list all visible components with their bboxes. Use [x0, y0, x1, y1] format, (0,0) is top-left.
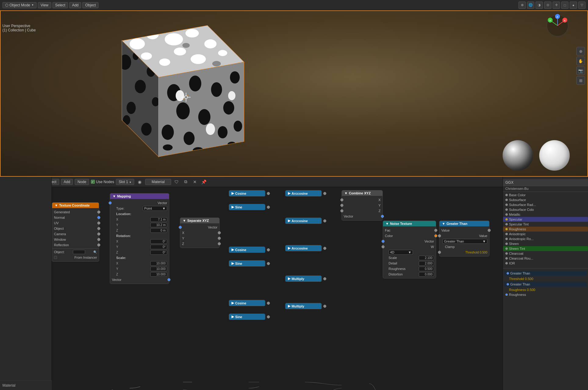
- comb-y-socket[interactable]: [340, 204, 343, 207]
- extra-icon[interactable]: ▽: [578, 2, 586, 9]
- arccos3-out-socket[interactable]: [323, 247, 326, 250]
- node-canvas[interactable]: ▼ Texture Coordinate Generated Normal UV: [0, 187, 588, 390]
- gt-threshold-socket[interactable]: [438, 251, 441, 254]
- roughness-socket[interactable]: [505, 228, 508, 230]
- clearcoat-rou-socket[interactable]: [505, 257, 508, 260]
- sep-vec-socket[interactable]: [179, 226, 182, 229]
- sine-node-1[interactable]: ▶ Sine: [229, 204, 265, 210]
- sin1-out-socket[interactable]: [267, 206, 270, 209]
- add-button[interactable]: Add: [69, 2, 81, 8]
- from-instancer-checkbox[interactable]: [54, 256, 57, 259]
- noise-scale-field[interactable]: [419, 256, 434, 260]
- arccos1-out-socket[interactable]: [323, 192, 326, 195]
- render-icon[interactable]: ●: [570, 2, 577, 9]
- noise-color-socket[interactable]: [434, 234, 437, 237]
- sine-node-3[interactable]: ▶ Sine: [229, 314, 265, 320]
- mult1-out-socket[interactable]: [323, 277, 326, 280]
- specular-tint-socket[interactable]: [505, 223, 508, 225]
- cursor-icon[interactable]: ⊕: [518, 2, 526, 9]
- use-nodes-checkbox[interactable]: ✓: [91, 180, 95, 184]
- sine-node-2[interactable]: ▶ Sine: [229, 260, 265, 267]
- ior-socket[interactable]: [505, 262, 508, 264]
- texture-coordinate-node[interactable]: ▼ Texture Coordinate Generated Normal UV: [52, 202, 99, 262]
- multiply-node-2[interactable]: ▶ Multiply: [285, 303, 322, 309]
- object-button[interactable]: Object: [82, 2, 99, 8]
- cos2-out-socket[interactable]: [267, 248, 270, 251]
- sin2-out-socket[interactable]: [267, 262, 270, 265]
- base-color-socket[interactable]: [505, 194, 508, 196]
- loc-y-field[interactable]: [150, 223, 167, 227]
- pin-icon[interactable]: 📌: [200, 178, 208, 186]
- object-mode-dropdown[interactable]: ⬡ Object Mode ▼: [2, 2, 37, 8]
- gt-value-out-socket[interactable]: [488, 229, 491, 232]
- gt2-socket[interactable]: [507, 283, 509, 285]
- loc-z-field[interactable]: [150, 228, 167, 233]
- use-nodes-checkbox-label[interactable]: ✓ Use Nodes: [91, 180, 114, 184]
- cursor-tool[interactable]: ⊕: [576, 47, 585, 55]
- subsurface-socket[interactable]: [505, 199, 508, 201]
- mult2-out-socket[interactable]: [323, 305, 326, 308]
- noise-roughness-field[interactable]: [419, 267, 434, 271]
- uv-socket[interactable]: [97, 222, 100, 225]
- generated-socket[interactable]: [97, 211, 100, 214]
- sub-color-socket[interactable]: [505, 208, 508, 211]
- sep-y-socket[interactable]: [218, 237, 221, 240]
- arccosine-node-2[interactable]: ▶ Arccosine: [285, 218, 322, 224]
- cos1-out-socket[interactable]: [267, 192, 270, 195]
- noise-w-socket[interactable]: [382, 245, 385, 248]
- grid-tool[interactable]: ⊞: [576, 76, 585, 85]
- scale-x-field[interactable]: [150, 261, 167, 266]
- material-name-field[interactable]: Material: [145, 179, 171, 185]
- anisotropic-rot-socket[interactable]: [505, 238, 508, 240]
- mapping-node[interactable]: ▼ Mapping Vector Type: Point ▼: [110, 193, 169, 284]
- cosine-node-1[interactable]: ▶ Cosine: [229, 190, 265, 197]
- arccosine-node-3[interactable]: ▶ Arccosine: [285, 245, 322, 251]
- vector-in-socket[interactable]: [109, 201, 112, 204]
- separate-xyz-node[interactable]: ▼ Separate XYZ Vector X Y: [180, 218, 220, 248]
- roughness-ind-socket[interactable]: [505, 293, 508, 296]
- specular-row[interactable]: Specular: [503, 217, 588, 222]
- sep-x-socket[interactable]: [218, 231, 221, 234]
- sheen-socket[interactable]: [505, 243, 508, 245]
- sheen-tint-socket[interactable]: [505, 247, 508, 250]
- comb-z-socket[interactable]: [340, 209, 343, 212]
- noise-fac-socket[interactable]: [434, 229, 437, 232]
- global-icon[interactable]: 🌐: [527, 2, 534, 9]
- close-icon[interactable]: ✕: [191, 178, 199, 186]
- node-node-btn[interactable]: Node: [75, 179, 89, 185]
- shield-icon[interactable]: 🛡: [173, 178, 180, 186]
- overlay-icon[interactable]: ⊙: [544, 2, 551, 9]
- node-add-btn[interactable]: Add: [61, 179, 73, 185]
- vector-out-socket[interactable]: [167, 278, 170, 281]
- arccosine-node-1[interactable]: ▶ Arccosine: [285, 190, 322, 197]
- specular-socket[interactable]: [505, 218, 508, 221]
- scale-z-field[interactable]: [150, 272, 167, 277]
- scale-y-field[interactable]: [150, 267, 167, 271]
- loc-x-field[interactable]: [150, 217, 167, 222]
- reflection-socket[interactable]: [97, 243, 100, 246]
- noise-vec-socket[interactable]: [382, 240, 385, 243]
- navigation-gizmo[interactable]: Z X Y: [545, 13, 570, 38]
- noise-detail-field[interactable]: [419, 261, 434, 266]
- combine-xyz-node[interactable]: ▼ Combine XYZ X Y Z: [342, 190, 383, 221]
- comb-vec-socket[interactable]: [381, 215, 384, 218]
- cosine-node-3[interactable]: ▶ Cosine: [229, 300, 265, 306]
- rot-z-field[interactable]: [150, 250, 167, 255]
- camera-socket[interactable]: [97, 232, 100, 236]
- cos3-out-socket[interactable]: [267, 302, 270, 305]
- sheen-tint-row[interactable]: Sheen Tint: [503, 246, 588, 251]
- material-sphere-icon[interactable]: ◉: [136, 178, 143, 186]
- rot-x-field[interactable]: [150, 239, 167, 244]
- gt-operator-dropdown[interactable]: Greater Than ▼: [443, 239, 487, 244]
- sep-z-socket[interactable]: [218, 242, 221, 245]
- noise-dim-dropdown[interactable]: 4D ▼: [389, 250, 413, 255]
- view-button[interactable]: View: [38, 2, 51, 8]
- rot-y-field[interactable]: [150, 245, 167, 249]
- cosine-node-2[interactable]: ▶ Cosine: [229, 246, 265, 253]
- copy-icon[interactable]: ⧉: [182, 178, 189, 186]
- normal-socket[interactable]: [97, 216, 100, 219]
- multiply-node-1[interactable]: ▶ Multiply: [285, 275, 322, 282]
- object-socket-tc[interactable]: [97, 227, 100, 230]
- arccos2-out-socket[interactable]: [323, 219, 326, 222]
- noise-texture-node[interactable]: ▼ Noise Texture Fac Color Vector: [383, 221, 436, 278]
